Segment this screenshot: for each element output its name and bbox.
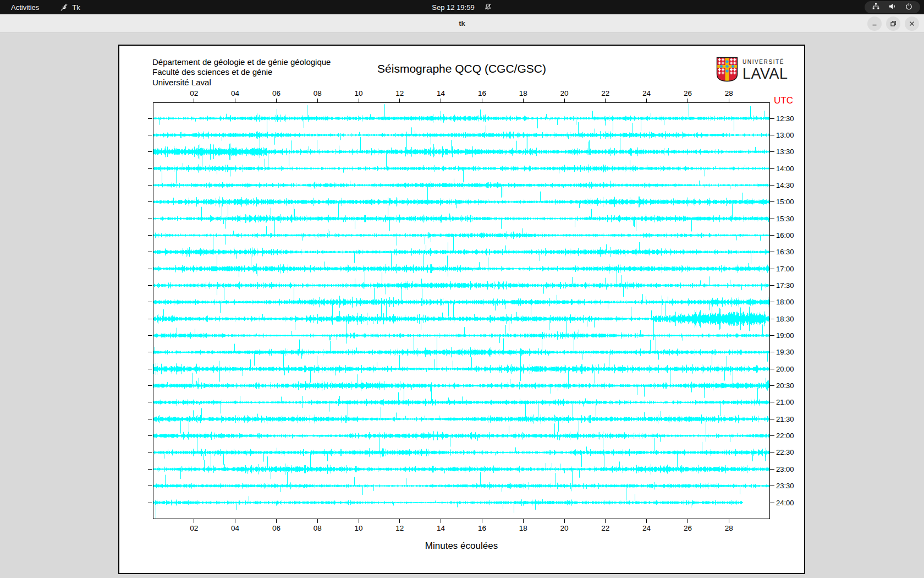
x-tick-top	[564, 99, 565, 102]
activities-button[interactable]: Activities	[0, 0, 50, 14]
seismograph-canvas: Département de géologie et de génie géol…	[118, 45, 805, 574]
row-tick-left	[148, 385, 152, 386]
row-tick-right	[770, 402, 774, 402]
x-tick-bottom	[194, 519, 194, 523]
x-tick-top	[317, 99, 318, 102]
x-tick-top	[729, 99, 729, 102]
row-tick-right	[770, 369, 774, 369]
laval-logo: UNIVERSITÉ LAVAL	[716, 57, 788, 84]
row-tick-left	[148, 151, 152, 152]
row-tick-right	[770, 201, 774, 202]
x-tick-label-bottom: 04	[224, 524, 246, 532]
x-tick-label-bottom: 14	[430, 524, 452, 532]
x-tick-top	[194, 99, 194, 102]
row-tick-right	[770, 269, 774, 269]
x-tick-label-bottom: 20	[553, 524, 575, 532]
x-tick-top	[441, 99, 441, 102]
x-tick-bottom	[688, 519, 688, 523]
laval-wordmark-bottom: LAVAL	[743, 67, 788, 81]
system-status-area[interactable]	[865, 1, 920, 13]
x-tick-label-bottom: 06	[265, 524, 287, 532]
utc-row-label: 13:30	[776, 148, 794, 156]
x-tick-label-top: 22	[595, 89, 617, 97]
row-tick-left	[148, 352, 152, 352]
row-tick-left	[148, 302, 152, 302]
utc-row-label: 22:00	[776, 432, 794, 440]
row-tick-left	[148, 435, 152, 436]
x-tick-label-top: 10	[348, 89, 370, 97]
utc-row-label: 20:00	[776, 365, 794, 373]
row-tick-left	[148, 419, 152, 419]
x-tick-bottom	[729, 519, 729, 523]
window-titlebar[interactable]: tk	[0, 14, 924, 33]
volume-icon	[888, 2, 897, 12]
x-tick-top	[605, 99, 606, 102]
x-tick-bottom	[605, 519, 606, 523]
row-tick-right	[770, 352, 774, 352]
row-tick-left	[148, 219, 152, 219]
x-tick-bottom	[523, 519, 524, 523]
row-tick-right	[770, 118, 774, 119]
x-tick-label-bottom: 18	[512, 524, 534, 532]
row-tick-right	[770, 168, 774, 169]
x-tick-label-top: 26	[676, 89, 698, 97]
window-body: Département de géologie et de génie géol…	[0, 33, 924, 578]
row-tick-right	[770, 235, 774, 236]
x-tick-label-top: 02	[183, 89, 205, 97]
row-tick-left	[148, 319, 152, 319]
row-tick-right	[770, 469, 774, 470]
laval-crest-icon	[716, 57, 738, 84]
row-tick-left	[148, 486, 152, 486]
focused-app-menu[interactable]: Tk	[60, 3, 80, 12]
utc-row-label: 19:30	[776, 348, 794, 356]
x-tick-label-top: 18	[512, 89, 534, 97]
x-tick-label-bottom: 16	[471, 524, 493, 532]
laval-wordmark-top: UNIVERSITÉ	[743, 59, 788, 65]
row-tick-left	[148, 402, 152, 402]
x-tick-label-top: 20	[553, 89, 575, 97]
utc-row-label: 18:00	[776, 298, 794, 306]
utc-row-label: 23:30	[776, 482, 794, 490]
close-button[interactable]	[905, 17, 919, 31]
row-tick-right	[770, 319, 774, 319]
power-icon	[905, 2, 913, 12]
row-tick-left	[148, 285, 152, 286]
row-tick-right	[770, 486, 774, 486]
utc-row-label: 14:00	[776, 165, 794, 173]
x-tick-bottom	[646, 519, 647, 523]
x-tick-label-bottom: 26	[676, 524, 698, 532]
x-tick-top	[646, 99, 647, 102]
row-tick-right	[770, 219, 774, 219]
utc-row-label: 13:00	[776, 131, 794, 139]
utc-row-label: 24:00	[776, 499, 794, 507]
x-tick-top	[482, 99, 482, 102]
utc-row-label: 12:30	[776, 114, 794, 123]
maximize-button[interactable]	[886, 17, 900, 31]
row-tick-right	[770, 452, 774, 452]
row-tick-left	[148, 185, 152, 186]
utc-row-label: 14:30	[776, 181, 794, 189]
row-tick-left	[148, 201, 152, 202]
x-tick-bottom	[359, 519, 359, 523]
row-tick-right	[770, 135, 774, 135]
x-tick-top	[359, 99, 359, 102]
x-tick-bottom	[441, 519, 441, 523]
laval-wordmark: UNIVERSITÉ LAVAL	[743, 59, 788, 81]
x-tick-label-bottom: 24	[636, 524, 658, 532]
utc-row-label: 16:00	[776, 231, 794, 239]
x-axis-title: Minutes écoulées	[153, 541, 770, 552]
utc-row-label: 17:00	[776, 265, 794, 273]
x-tick-label-bottom: 08	[306, 524, 328, 532]
utc-row-label: 22:30	[776, 448, 794, 456]
utc-row-label: 15:30	[776, 215, 794, 223]
minimize-button[interactable]	[867, 17, 882, 31]
row-tick-right	[770, 435, 774, 436]
clock-label: Sep 12 19:59	[432, 3, 474, 12]
clock-menu[interactable]: Sep 12 19:59	[432, 0, 492, 14]
x-tick-label-top: 24	[636, 89, 658, 97]
utc-label: UTC	[774, 95, 793, 106]
x-tick-label-bottom: 28	[718, 524, 740, 532]
utc-row-label: 15:00	[776, 198, 794, 206]
row-tick-right	[770, 419, 774, 419]
topbar-left: Activities Tk	[0, 0, 80, 14]
